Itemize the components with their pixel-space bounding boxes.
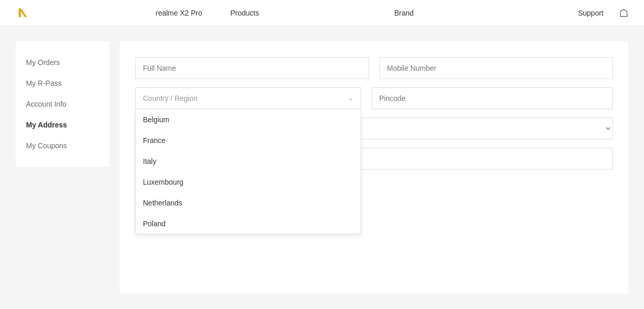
header-nav: Products Brand — [230, 9, 414, 17]
form-row-2: Country / Region ⌄ Belgium France Italy … — [135, 87, 613, 109]
user-icon[interactable]: ☖ — [619, 7, 628, 19]
sidebar-item-coupons[interactable]: My Coupons — [16, 135, 109, 156]
dropdown-item-luxembourg[interactable]: Luxembourg — [136, 172, 361, 192]
support-link[interactable]: Support — [578, 9, 603, 17]
header-product-name[interactable]: realme X2 Pro — [156, 9, 202, 17]
country-dropdown-wrapper: Country / Region ⌄ Belgium France Italy … — [135, 87, 361, 109]
dropdown-item-poland[interactable]: Poland — [136, 213, 361, 234]
dropdown-item-italy[interactable]: Italy — [136, 151, 361, 172]
mobile-input[interactable] — [379, 57, 613, 79]
content-area: Country / Region ⌄ Belgium France Italy … — [120, 42, 628, 293]
chevron-down-icon: ⌄ — [348, 95, 353, 102]
country-dropdown-list: Belgium France Italy Luxembourg Netherla… — [135, 109, 361, 234]
sidebar-item-account[interactable]: Account Info — [16, 94, 109, 114]
sidebar: My Orders My R-Pass Account Info My Addr… — [16, 42, 109, 166]
pincode-input[interactable] — [372, 87, 613, 109]
dropdown-item-france[interactable]: France — [136, 130, 361, 151]
nav-products[interactable]: Products — [230, 9, 259, 17]
logo[interactable] — [16, 6, 57, 20]
sidebar-item-orders[interactable]: My Orders — [16, 52, 109, 73]
country-dropdown-trigger[interactable]: Country / Region ⌄ — [135, 87, 361, 109]
main-content: My Orders My R-Pass Account Info My Addr… — [0, 26, 644, 309]
dropdown-item-netherlands[interactable]: Netherlands — [136, 192, 361, 213]
dropdown-item-belgium[interactable]: Belgium — [136, 109, 361, 130]
header: realme X2 Pro Products Brand Support ☖ — [0, 0, 644, 26]
sidebar-item-rpass[interactable]: My R-Pass — [16, 73, 109, 94]
form-row-1 — [135, 57, 613, 79]
full-name-input[interactable] — [135, 57, 369, 79]
country-dropdown-label: Country / Region — [143, 94, 198, 102]
nav-brand[interactable]: Brand — [394, 9, 413, 17]
header-right: Support ☖ — [578, 7, 628, 19]
sidebar-item-address[interactable]: My Address — [16, 114, 109, 135]
